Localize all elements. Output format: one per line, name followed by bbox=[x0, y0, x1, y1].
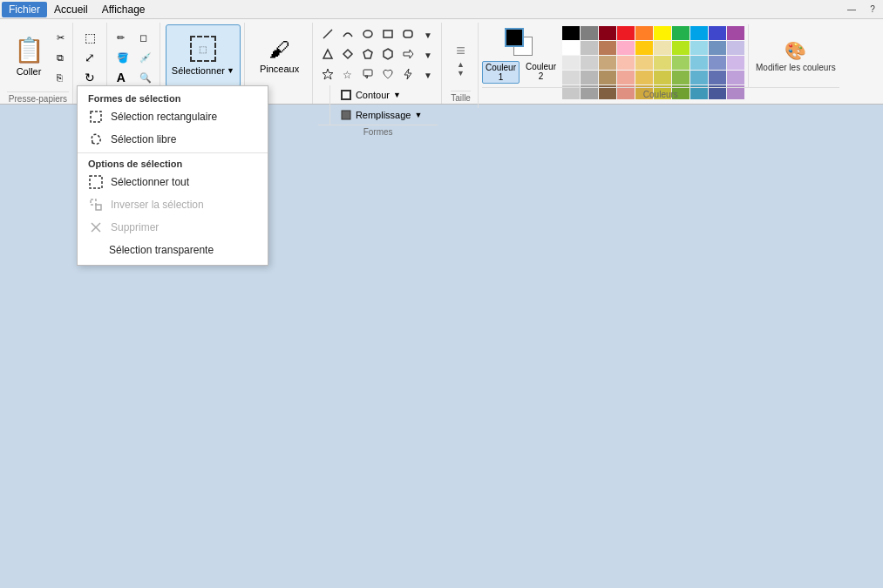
forme-triangle[interactable] bbox=[318, 44, 337, 64]
palette-white[interactable] bbox=[562, 41, 580, 55]
remplissage-button[interactable]: Remplissage ▼ bbox=[334, 105, 429, 125]
forme-star5[interactable]: ☆ bbox=[338, 64, 357, 84]
forme-lightning[interactable] bbox=[398, 64, 418, 84]
rogner-button[interactable]: ⬚ bbox=[80, 28, 100, 47]
palette-r3c5[interactable] bbox=[635, 56, 653, 70]
palette-row-1 bbox=[562, 26, 744, 40]
taille-down-button[interactable]: ▼ bbox=[457, 69, 465, 78]
palette-r4c6[interactable] bbox=[654, 71, 671, 84]
pipette-icon: 💉 bbox=[139, 52, 152, 64]
palette-pink[interactable] bbox=[617, 41, 635, 55]
palette-r3c4[interactable] bbox=[617, 56, 635, 70]
palette-gray[interactable] bbox=[581, 26, 598, 40]
palette-r3c6[interactable] bbox=[654, 56, 671, 70]
palette-lime[interactable] bbox=[672, 41, 689, 55]
coller-button[interactable]: 📋 Coller bbox=[7, 24, 51, 87]
palette-orange[interactable] bbox=[635, 26, 653, 40]
palette-row-3 bbox=[562, 56, 744, 70]
pinceaux-label: Pinceaux bbox=[260, 64, 299, 74]
pinceaux-button[interactable]: 🖌 Pinceaux bbox=[250, 24, 309, 87]
palette-gold[interactable] bbox=[635, 41, 653, 55]
redimensionner-button[interactable]: ⤢ bbox=[80, 48, 100, 67]
palette-r4c9[interactable] bbox=[709, 71, 726, 84]
forme-oval[interactable] bbox=[358, 24, 377, 44]
forme-more2[interactable]: ▼ bbox=[418, 44, 438, 64]
palette-purple[interactable] bbox=[727, 26, 744, 40]
palette-r3c10[interactable] bbox=[727, 56, 744, 70]
copier-button[interactable]: ⧉ bbox=[52, 48, 69, 67]
palette-r3c8[interactable] bbox=[690, 56, 708, 70]
rotation-button[interactable]: ↻ bbox=[80, 68, 100, 87]
couleur1-label[interactable]: Couleur 1 bbox=[482, 61, 520, 84]
couleur1-swatch[interactable] bbox=[505, 28, 524, 47]
forme-rect[interactable] bbox=[378, 24, 397, 44]
palette-r4c7[interactable] bbox=[672, 71, 689, 84]
palette-darkred[interactable] bbox=[599, 26, 616, 40]
couleur2-text: Couleur bbox=[526, 62, 556, 71]
palette-cornblue[interactable] bbox=[709, 41, 726, 55]
palette-r4c10[interactable] bbox=[727, 71, 744, 84]
selectionner-button[interactable]: ⬚ Sélectionner ▼ bbox=[166, 24, 241, 87]
palette-r3c2[interactable] bbox=[581, 56, 598, 70]
help-button[interactable]: ? bbox=[864, 2, 881, 17]
forme-more3[interactable]: ▼ bbox=[418, 64, 438, 84]
palette-r4c1[interactable] bbox=[562, 71, 580, 84]
palette-red[interactable] bbox=[617, 26, 635, 40]
gomme-button[interactable]: ◻ bbox=[135, 28, 156, 47]
crayon-button[interactable]: ✏ bbox=[112, 28, 133, 47]
dropdown-transparente[interactable]: Sélection transparente bbox=[78, 239, 268, 261]
contour-button[interactable]: Contour ▼ bbox=[334, 85, 429, 105]
palette-r3c1[interactable] bbox=[562, 56, 580, 70]
couper-button[interactable]: ✂ bbox=[52, 28, 69, 47]
palette-brown[interactable] bbox=[599, 41, 616, 55]
modifier-couleurs-button[interactable]: 🎨 Modifier les couleurs bbox=[752, 37, 839, 76]
forme-callout[interactable] bbox=[358, 64, 377, 84]
forme-curve[interactable] bbox=[338, 24, 357, 44]
palette-r4c3[interactable] bbox=[599, 71, 616, 84]
dropdown-select-all[interactable]: Sélectionner tout bbox=[78, 171, 268, 193]
forme-star4[interactable] bbox=[318, 64, 337, 84]
couper-icon: ✂ bbox=[57, 32, 65, 44]
menu-accueil[interactable]: Accueil bbox=[47, 2, 95, 17]
remplissage-outil-button[interactable]: 🪣 bbox=[112, 48, 133, 67]
forme-hexagon[interactable] bbox=[378, 44, 397, 64]
dropdown-libre-selection[interactable]: Sélection libre bbox=[78, 128, 268, 151]
forme-line[interactable] bbox=[318, 24, 337, 44]
svg-marker-5 bbox=[323, 50, 332, 58]
minimize-button[interactable]: — bbox=[843, 2, 860, 17]
palette-r3c7[interactable] bbox=[672, 56, 689, 70]
palette-r4c2[interactable] bbox=[581, 71, 598, 84]
palette-lightblue[interactable] bbox=[690, 41, 708, 55]
coller-depuis-button[interactable]: ⎘ bbox=[52, 68, 69, 87]
taille-up-button[interactable]: ▲ bbox=[457, 60, 465, 69]
palette-r3c9[interactable] bbox=[709, 56, 726, 70]
palette-yellow[interactable] bbox=[654, 26, 671, 40]
palette-indigo[interactable] bbox=[709, 26, 726, 40]
dropdown-rect-selection[interactable]: Sélection rectangulaire bbox=[78, 105, 268, 128]
menu-affichage[interactable]: Affichage bbox=[95, 2, 153, 17]
forme-heart[interactable] bbox=[378, 64, 397, 84]
redimensionner-icon: ⤢ bbox=[85, 51, 95, 64]
couleur2-label[interactable]: Couleur 2 bbox=[523, 61, 559, 84]
palette-black[interactable] bbox=[562, 26, 580, 40]
forme-pentagon[interactable] bbox=[358, 44, 377, 64]
palette-r3c3[interactable] bbox=[599, 56, 616, 70]
palette-r4c4[interactable] bbox=[617, 71, 635, 84]
palette-blue[interactable] bbox=[690, 26, 708, 40]
svg-rect-17 bbox=[342, 91, 350, 99]
palette-tan[interactable] bbox=[654, 41, 671, 55]
forme-diamond[interactable] bbox=[338, 44, 357, 64]
texte-button[interactable]: A bbox=[112, 68, 133, 87]
palette-green[interactable] bbox=[672, 26, 689, 40]
pipette-button[interactable]: 💉 bbox=[135, 48, 156, 67]
modifier-couleurs-icon: 🎨 bbox=[785, 40, 806, 61]
forme-roundrect[interactable] bbox=[398, 24, 418, 44]
palette-lightgray[interactable] bbox=[581, 41, 598, 55]
palette-r4c8[interactable] bbox=[690, 71, 708, 84]
menu-fichier[interactable]: Fichier bbox=[2, 2, 47, 17]
forme-more[interactable]: ▼ bbox=[418, 24, 438, 44]
loupe-button[interactable]: 🔍 bbox=[135, 68, 156, 87]
forme-arrow-right[interactable] bbox=[398, 44, 418, 64]
palette-r4c5[interactable] bbox=[635, 71, 653, 84]
palette-lavender[interactable] bbox=[727, 41, 744, 55]
